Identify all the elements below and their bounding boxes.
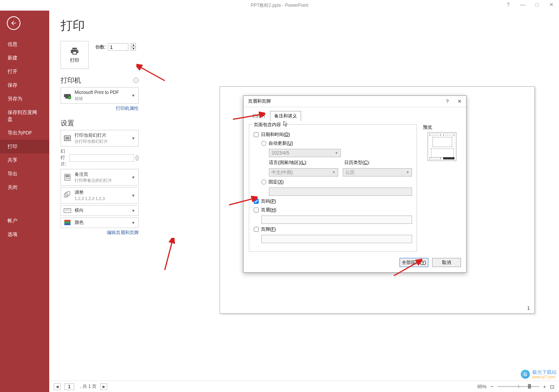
datetime-label: 日期和时间(D) — [261, 131, 290, 138]
cursor-icon — [283, 120, 289, 127]
printer-status: 就绪 — [75, 96, 129, 101]
zoom-slider[interactable] — [498, 386, 539, 387]
zoom-fit-button[interactable]: ⊡ — [550, 384, 554, 390]
spin-up[interactable]: ▲ — [131, 43, 136, 47]
sidebar-item-share[interactable]: 共享 — [0, 153, 49, 167]
info-icon[interactable]: i — [133, 78, 139, 83]
chevron-down-icon: ▾ — [132, 136, 136, 141]
orientation-dropdown[interactable]: 横向 ▾ — [61, 205, 139, 216]
slides-label: 幻灯片: — [61, 148, 68, 167]
fixed-text-input[interactable] — [269, 187, 412, 196]
dialog-tabs: 幻灯片 备注和讲义 — [244, 107, 466, 121]
preview-fieldset: 预览 — [423, 124, 461, 162]
apply-all-button[interactable]: 全部应用(Y) — [400, 258, 428, 267]
next-page-button[interactable]: ► — [100, 383, 107, 390]
sidebar-item-account[interactable]: 帐户 — [0, 214, 49, 228]
sidebar-item-export[interactable]: 导出 — [0, 167, 49, 181]
footer-checkbox[interactable] — [254, 227, 259, 232]
zoom-out-button[interactable]: − — [490, 383, 493, 390]
orientation-icon — [63, 206, 72, 215]
svg-rect-13 — [64, 220, 71, 222]
svg-rect-4 — [66, 175, 70, 177]
tab-notes-handouts[interactable]: 备注和讲义 — [270, 111, 301, 121]
tab-slides[interactable]: 幻灯片 — [248, 111, 270, 121]
date-select[interactable]: 2023/4/5▼ — [269, 149, 341, 157]
datetime-checkbox[interactable] — [254, 132, 259, 137]
copies-spinner: ▲ ▼ — [131, 43, 136, 51]
calendar-select[interactable]: 公历▼ — [343, 168, 412, 176]
maximize-button[interactable]: □ — [533, 2, 541, 8]
pagenum-checkbox[interactable] — [254, 199, 259, 204]
edit-header-footer-link[interactable]: 编辑页眉和页脚 — [61, 230, 139, 236]
dialog-title: 页眉和页脚 — [248, 98, 271, 105]
sidebar-item-export-pdf[interactable]: 导出为PDF — [0, 126, 49, 140]
language-select[interactable]: 中文(中国)▼ — [269, 168, 338, 176]
collate-dropdown[interactable]: 调整 1,2,3 1,2,3 1,2,3 ▾ — [61, 187, 139, 204]
watermark: G 极光下载站 www.xz7.com — [521, 370, 557, 379]
chevron-down-icon: ▾ — [132, 220, 136, 225]
header-checkbox[interactable] — [254, 208, 259, 212]
page-input[interactable] — [64, 383, 74, 390]
zoom-label: 85% — [477, 384, 486, 389]
arrow-left-icon — [10, 20, 17, 27]
content-fieldset: 页面包含内容 日期和时间(D) 自动更新(U) 2023/4/5▼ — [249, 124, 417, 252]
sidebar-item-close[interactable]: 关闭 — [0, 181, 49, 194]
copies-input[interactable] — [108, 43, 128, 51]
pagenum-label: 页码(P) — [261, 198, 276, 205]
fixed-label: 固定(X) — [269, 179, 284, 185]
sidebar-item-save[interactable]: 保存 — [0, 78, 49, 92]
sidebar-item-print[interactable]: 打印 — [0, 140, 49, 153]
sidebar-item-saveas[interactable]: 另存为 — [0, 92, 49, 106]
watermark-name: 极光下载站 — [532, 370, 557, 375]
spin-down[interactable]: ▼ — [131, 47, 136, 51]
info-icon[interactable]: i — [136, 155, 139, 161]
sidebar-item-save-baidu[interactable]: 保存到百度网盘 — [0, 106, 49, 126]
fixed-radio[interactable] — [261, 180, 266, 184]
sidebar-item-new[interactable]: 新建 — [0, 51, 49, 65]
footer-text-input[interactable] — [261, 235, 412, 243]
header-label: 页眉(H) — [261, 207, 276, 213]
zoom-in-button[interactable]: + — [543, 384, 546, 390]
watermark-url: www.xz7.com — [532, 375, 557, 379]
sidebar-item-info[interactable]: 信息 — [0, 37, 49, 51]
dialog-titlebar[interactable]: 页眉和页脚 ? ✕ — [244, 96, 466, 107]
dialog-help-button[interactable]: ? — [443, 98, 451, 104]
sidebar-item-options[interactable]: 选项 — [0, 228, 49, 241]
back-button[interactable] — [7, 16, 20, 30]
close-button[interactable]: ✕ — [548, 2, 555, 8]
notes-page-icon — [63, 173, 72, 181]
printer-ready-icon — [63, 91, 72, 100]
preview-legend: 预览 — [423, 124, 461, 131]
minimize-button[interactable]: — — [519, 2, 526, 8]
page-title: 打印 — [61, 17, 548, 34]
svg-rect-2 — [66, 137, 70, 139]
cancel-button[interactable]: 取消 — [432, 258, 461, 267]
prev-page-button[interactable]: ◄ — [54, 383, 61, 390]
svg-rect-15 — [64, 223, 71, 225]
svg-rect-9 — [67, 192, 70, 195]
svg-line-19 — [165, 241, 172, 270]
help-button[interactable]: ? — [504, 2, 512, 8]
copies-label: 份数: — [95, 44, 106, 50]
preview-thumbnail — [428, 132, 456, 161]
slide-range-dropdown[interactable]: 打印当前幻灯片 仅打印当前幻灯片 ▾ — [61, 130, 139, 147]
printer-dropdown[interactable]: Microsoft Print to PDF 就绪 ▾ — [61, 87, 139, 104]
backstage-sidebar: 信息 新建 打开 保存 另存为 保存到百度网盘 导出为PDF 打印 共享 导出 … — [0, 11, 49, 392]
slides-input[interactable] — [69, 154, 134, 162]
notes-layout-dropdown[interactable]: 备注页 打印带备注的幻灯片 ▾ — [61, 169, 139, 186]
dialog-close-button[interactable]: ✕ — [456, 98, 463, 104]
slide-range-icon — [63, 134, 72, 142]
header-text-input[interactable] — [261, 216, 412, 224]
auto-update-radio[interactable] — [261, 141, 266, 146]
print-button[interactable]: 打印 — [61, 41, 89, 69]
collate-icon — [63, 191, 72, 200]
page-count-label: ，共 1 页 — [78, 383, 97, 390]
window-title: PPT教程2.pptx - PowerPoint — [251, 2, 308, 9]
chevron-down-icon: ▾ — [132, 93, 136, 98]
printer-properties-link[interactable]: 打印机属性 — [61, 105, 139, 112]
watermark-icon: G — [521, 370, 530, 379]
sidebar-item-open[interactable]: 打开 — [0, 65, 49, 78]
printer-name: Microsoft Print to PDF — [75, 90, 129, 96]
chevron-down-icon: ▾ — [132, 193, 136, 198]
color-dropdown[interactable]: 颜色 ▾ — [61, 217, 139, 228]
